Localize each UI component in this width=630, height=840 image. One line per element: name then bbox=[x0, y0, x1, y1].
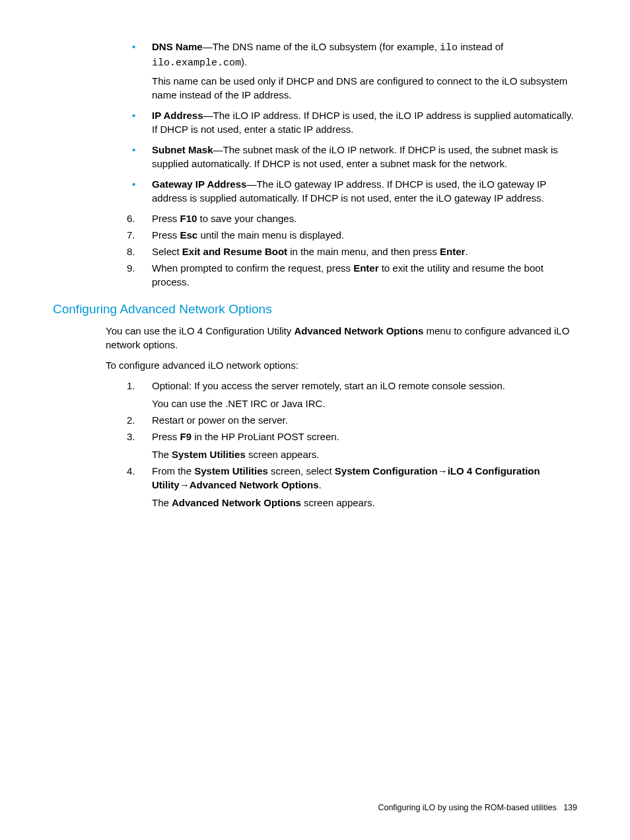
menu-item: Exit and Resume Boot bbox=[182, 246, 287, 257]
text: Press bbox=[152, 229, 180, 241]
text: screen appears. bbox=[246, 449, 320, 460]
menu-path: Advanced Network Options bbox=[190, 479, 319, 490]
key: Enter bbox=[440, 246, 465, 257]
key: Esc bbox=[180, 229, 198, 241]
menu-path: System Configuration bbox=[335, 465, 438, 477]
text: From the bbox=[152, 465, 194, 477]
bullet-list: DNS Name—The DNS name of the iLO subsyst… bbox=[106, 40, 577, 205]
text: Restart or power on the server. bbox=[152, 414, 288, 426]
numbered-steps: Press F10 to save your changes. Press Es… bbox=[106, 211, 577, 289]
code: ilo.example.com bbox=[152, 57, 241, 69]
text: You can use the iLO 4 Configuration Util… bbox=[106, 325, 294, 336]
text: Press bbox=[152, 213, 180, 224]
text: in the main menu, and then press bbox=[287, 246, 440, 257]
arrow-icon: → bbox=[438, 465, 448, 477]
list-item: Press F10 to save your changes. bbox=[152, 211, 577, 225]
list-item: From the System Utilities screen, select… bbox=[152, 464, 577, 510]
sub-paragraph: The Advanced Network Options screen appe… bbox=[152, 496, 577, 510]
key: F9 bbox=[180, 431, 192, 442]
content-area: DNS Name—The DNS name of the iLO subsyst… bbox=[106, 40, 577, 510]
text: The bbox=[152, 497, 172, 508]
sub-paragraph: The System Utilities screen appears. bbox=[152, 447, 577, 461]
text: in the HP ProLiant POST screen. bbox=[192, 431, 339, 442]
page: DNS Name—The DNS name of the iLO subsyst… bbox=[0, 0, 630, 840]
term: Subnet Mask bbox=[152, 144, 213, 155]
text: . bbox=[319, 479, 322, 490]
section-heading: Configuring Advanced Network Options bbox=[53, 301, 577, 319]
list-item: DNS Name—The DNS name of the iLO subsyst… bbox=[152, 40, 577, 102]
page-footer: Configuring iLO by using the ROM-based u… bbox=[378, 802, 577, 814]
text: —The iLO IP address. If DHCP is used, th… bbox=[152, 110, 573, 135]
list-item: Select Exit and Resume Boot in the main … bbox=[152, 245, 577, 258]
list-item: Optional: If you access the server remot… bbox=[152, 379, 577, 410]
text: ). bbox=[241, 56, 247, 67]
text: until the main menu is displayed. bbox=[197, 229, 344, 241]
screen-name: System Utilities bbox=[172, 449, 246, 460]
paragraph: You can use the iLO 4 Configuration Util… bbox=[106, 324, 577, 352]
footer-text: Configuring iLO by using the ROM-based u… bbox=[378, 803, 556, 812]
key: Enter bbox=[353, 262, 378, 274]
text: The bbox=[152, 449, 172, 460]
page-number: 139 bbox=[563, 803, 577, 812]
screen-name: System Utilities bbox=[194, 465, 268, 477]
term: DNS Name bbox=[152, 41, 203, 52]
text: to save your changes. bbox=[197, 213, 297, 224]
text: screen appears. bbox=[301, 497, 375, 508]
sub-paragraph: This name can be used only if DHCP and D… bbox=[152, 74, 577, 102]
list-item: Gateway IP Address—The iLO gateway IP ad… bbox=[152, 177, 577, 205]
list-item: Subnet Mask—The subnet mask of the iLO I… bbox=[152, 143, 577, 171]
list-item: Restart or power on the server. bbox=[152, 413, 577, 427]
arrow-icon: → bbox=[180, 479, 190, 490]
menu-name: Advanced Network Options bbox=[294, 325, 423, 336]
text: —The subnet mask of the iLO IP network. … bbox=[152, 144, 558, 169]
text: Press bbox=[152, 431, 180, 442]
code: ilo bbox=[440, 42, 458, 54]
term: Gateway IP Address bbox=[152, 178, 246, 190]
text: screen, select bbox=[268, 465, 335, 477]
list-item: Press F9 in the HP ProLiant POST screen.… bbox=[152, 430, 577, 461]
text: Optional: If you access the server remot… bbox=[152, 380, 505, 391]
list-item: When prompted to confirm the request, pr… bbox=[152, 261, 577, 289]
paragraph: To configure advanced iLO network option… bbox=[106, 358, 577, 372]
list-item: Press Esc until the main menu is display… bbox=[152, 228, 577, 242]
text: When prompted to confirm the request, pr… bbox=[152, 262, 353, 274]
text: Select bbox=[152, 246, 182, 257]
text: . bbox=[465, 246, 468, 257]
term: IP Address bbox=[152, 110, 203, 121]
screen-name: Advanced Network Options bbox=[172, 497, 301, 508]
text: —The DNS name of the iLO subsystem (for … bbox=[203, 41, 440, 52]
list-item: IP Address—The iLO IP address. If DHCP i… bbox=[152, 108, 577, 136]
sub-paragraph: You can use the .NET IRC or Java IRC. bbox=[152, 397, 577, 410]
key: F10 bbox=[180, 213, 197, 224]
text: instead of bbox=[458, 41, 503, 52]
numbered-steps: Optional: If you access the server remot… bbox=[106, 379, 577, 510]
